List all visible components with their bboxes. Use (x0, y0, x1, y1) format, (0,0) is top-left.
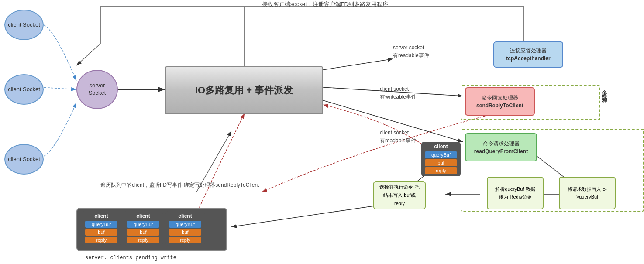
client-querybuf-row: queryBuf (425, 151, 457, 158)
pending-client-2: client queryBuf buf reply (124, 211, 163, 246)
pending-write-label: server. clients_pending_write (85, 254, 176, 262)
tcp-handler-title: 连接应答处理器 (510, 47, 547, 55)
server-socket-event-label: server socket有readable事件 (393, 44, 429, 59)
client-data-title: client (434, 144, 448, 150)
server-socket: serverSocket (76, 70, 118, 109)
write-process-box: 将请求数据写入 c->queryBuf (559, 177, 616, 209)
send-reply-handler: 命令回复处理器 sendReplyToClient (465, 87, 535, 116)
send-reply-subtitle: sendReplyToClient (476, 102, 523, 110)
execute-process-box: 选择并执行命令 把结果写入 buf或reply (373, 181, 426, 209)
diagram-container: client Socket client Socket client Socke… (0, 0, 644, 264)
parse-process-box: 解析queryBuf 数据转为 Redis命令 (487, 177, 544, 209)
client-buf-row: buf (425, 159, 457, 166)
client-write-event-label: client socket有writeable事件 (380, 85, 417, 101)
send-reply-title: 命令回复处理器 (482, 94, 518, 102)
pending-write-group: client queryBuf buf reply client queryBu… (76, 208, 227, 251)
client-socket-3: client Socket (4, 144, 44, 175)
traverse-note: 遍历队列中的client，监听FD写事件 绑定写处理器sendReplyToCl… (100, 181, 259, 189)
multithread-label-1: 多 线 程 (600, 85, 608, 120)
tcp-handler-subtitle: tcpAccepthandler (506, 55, 550, 62)
client-read-event-label: client socket有readable事件 (380, 129, 416, 144)
io-multiplex-box: IO多路复用 + 事件派发 (165, 66, 323, 114)
tcp-accept-handler: 连接应答处理器 tcpAccepthandler (493, 41, 563, 68)
client-reply-row: reply (425, 167, 457, 174)
client-data-single: client queryBuf buf reply (421, 142, 461, 176)
top-arrow-label: 接收客户端socket，注册客户端FD到多路复用程序 (262, 0, 388, 9)
client-socket-2: client Socket (4, 74, 44, 105)
pending-client-3: client queryBuf buf reply (165, 211, 205, 246)
pending-client-1: client queryBuf buf reply (82, 211, 121, 246)
client-socket-1: client Socket (4, 10, 44, 40)
